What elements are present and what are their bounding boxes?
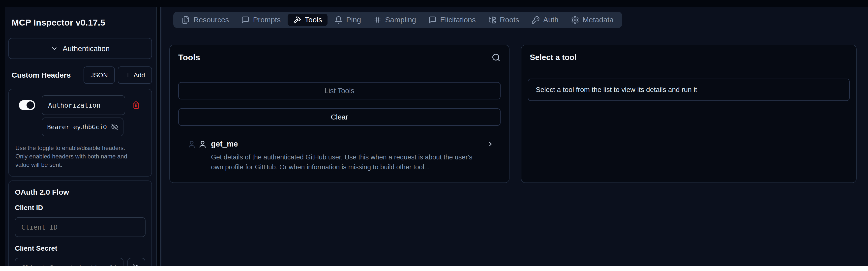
app-title: MCP Inspector v0.17.5 xyxy=(12,18,152,28)
files-icon xyxy=(182,16,190,24)
plus-icon xyxy=(125,72,131,78)
search-tools-button[interactable] xyxy=(492,53,501,62)
folder-tree-icon xyxy=(488,16,496,24)
empty-state-message: Select a tool from the list to view its … xyxy=(536,86,697,94)
tool-item-title-row: get_me xyxy=(211,140,501,149)
tool-item-icons xyxy=(187,140,207,149)
empty-state-message-box: Select a tool from the list to view its … xyxy=(528,79,850,101)
tools-panel-header: Tools xyxy=(170,45,509,70)
tab-auth[interactable]: Auth xyxy=(526,13,564,26)
json-button[interactable]: JSON xyxy=(84,66,115,84)
top-tab-bar: Resources Prompts Tools Ping Sampling xyxy=(173,12,622,28)
tab-metadata[interactable]: Metadata xyxy=(565,13,619,26)
eye-off-icon xyxy=(133,264,140,266)
tools-panel-title: Tools xyxy=(178,53,200,62)
tab-label: Metadata xyxy=(583,16,614,24)
tab-roots[interactable]: Roots xyxy=(483,13,525,26)
client-secret-input[interactable] xyxy=(15,258,123,266)
sidebar: MCP Inspector v0.17.5 Authentication Cus… xyxy=(5,7,157,266)
tab-label: Auth xyxy=(543,16,559,24)
content-panels: Tools List Tools Clear xyxy=(169,44,857,183)
chevron-down-icon xyxy=(51,45,58,52)
page-bottom-strip xyxy=(0,266,868,271)
tab-label: Resources xyxy=(193,16,229,24)
tab-label: Elicitations xyxy=(440,16,475,24)
tab-ping[interactable]: Ping xyxy=(329,13,366,26)
tool-list-item-get-me[interactable]: get_me Get details of the authenticated … xyxy=(178,140,501,172)
eye-off-icon xyxy=(111,123,118,130)
client-id-label: Client ID xyxy=(15,204,146,212)
header-name-input[interactable] xyxy=(42,95,125,115)
add-header-button[interactable]: Add xyxy=(118,66,152,84)
tab-label: Prompts xyxy=(253,16,281,24)
mcp-inspector-screen: MCP Inspector v0.17.5 Authentication Cus… xyxy=(0,0,868,271)
tab-prompts[interactable]: Prompts xyxy=(236,13,286,26)
tools-panel: Tools List Tools Clear xyxy=(169,44,509,183)
client-secret-row xyxy=(15,258,146,266)
add-header-label: Add xyxy=(134,71,145,79)
authentication-label: Authentication xyxy=(62,44,110,53)
header-value-text: Bearer eyJhbGciOi xyxy=(47,123,108,131)
tool-detail-header: Select a tool xyxy=(521,45,856,70)
message-square-icon xyxy=(428,16,437,24)
toggle-value-visibility-button[interactable] xyxy=(111,123,118,130)
tool-detail-panel: Select a tool Select a tool from the lis… xyxy=(521,44,857,183)
key-icon xyxy=(532,16,540,24)
tool-description: Get details of the authenticated GitHub … xyxy=(211,152,483,172)
message-square-icon xyxy=(241,16,249,24)
tab-resources[interactable]: Resources xyxy=(176,13,234,26)
custom-headers-actions: JSON Add xyxy=(84,66,152,84)
custom-headers-card: Bearer eyJhbGciOi Use the toggle to enab… xyxy=(8,89,152,177)
oauth-flow-title: OAuth 2.0 Flow xyxy=(15,188,146,197)
chevron-right-icon xyxy=(487,140,494,148)
tools-panel-body: List Tools Clear xyxy=(170,70,509,172)
main-area: Resources Prompts Tools Ping Sampling xyxy=(161,7,868,266)
header-enabled-toggle[interactable] xyxy=(19,100,35,110)
headers-helper-text: Use the toggle to enable/disable headers… xyxy=(16,144,131,169)
tab-tools[interactable]: Tools xyxy=(288,13,328,26)
tab-label: Roots xyxy=(500,16,519,24)
header-value-field[interactable]: Bearer eyJhbGciOi xyxy=(42,118,123,137)
tab-label: Sampling xyxy=(385,16,416,24)
clear-tools-button[interactable]: Clear xyxy=(178,108,501,126)
authentication-section-toggle[interactable]: Authentication xyxy=(8,38,152,59)
client-id-input[interactable] xyxy=(15,217,146,237)
toggle-knob xyxy=(27,101,34,109)
trash-icon xyxy=(132,101,140,109)
custom-headers-title: Custom Headers xyxy=(12,71,71,79)
custom-headers-row: Custom Headers JSON Add xyxy=(8,66,152,84)
hammer-icon xyxy=(293,16,301,24)
tab-label: Ping xyxy=(346,16,361,24)
gear-icon xyxy=(571,16,579,24)
header-name-row xyxy=(14,95,147,115)
tool-detail-body: Select a tool from the list to view its … xyxy=(521,70,856,101)
delete-header-button[interactable] xyxy=(132,101,140,109)
toggle-secret-visibility-button[interactable] xyxy=(127,258,145,266)
oauth-flow-card: OAuth 2.0 Flow Client ID Client Secret xyxy=(8,181,152,266)
tool-detail-title: Select a tool xyxy=(530,53,577,62)
bell-icon xyxy=(335,16,343,24)
tab-sampling[interactable]: Sampling xyxy=(368,13,422,26)
tab-elicitations[interactable]: Elicitations xyxy=(423,13,481,26)
client-secret-label: Client Secret xyxy=(15,244,146,252)
user-icon xyxy=(198,140,207,149)
list-tools-button[interactable]: List Tools xyxy=(178,82,501,99)
tool-name: get_me xyxy=(211,140,238,149)
search-icon xyxy=(492,53,501,62)
tab-label: Tools xyxy=(305,16,322,24)
user-icon-ghost xyxy=(187,140,196,149)
hash-icon xyxy=(373,16,381,24)
tool-item-main: get_me Get details of the authenticated … xyxy=(211,140,501,172)
app-window: MCP Inspector v0.17.5 Authentication Cus… xyxy=(0,0,868,266)
